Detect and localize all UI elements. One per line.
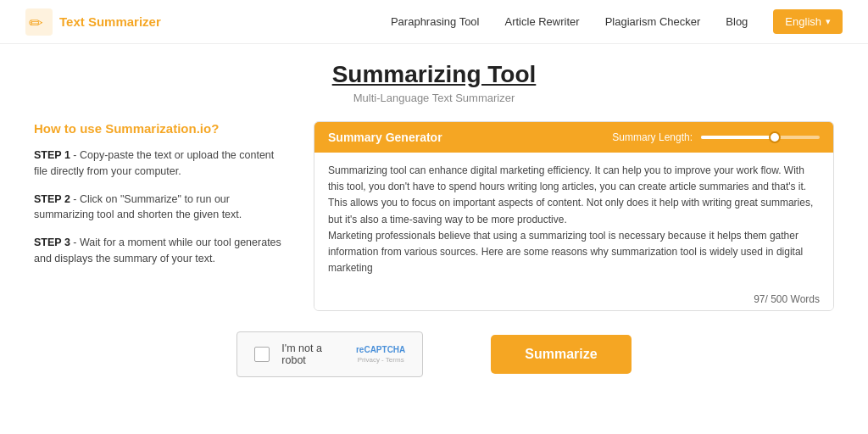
step-2-label: STEP 2	[34, 193, 70, 205]
logo-area: ✏ Text Summarizer	[25, 8, 161, 36]
svg-text:✏: ✏	[29, 14, 43, 32]
summary-length-slider[interactable]	[701, 136, 820, 139]
summary-box: Summary Generator Summary Length: Summar…	[314, 121, 834, 311]
summary-length-area: Summary Length:	[612, 131, 820, 143]
captcha-label: I'm not a robot	[281, 342, 344, 366]
slider-track	[701, 136, 778, 139]
summary-generator-title: Summary Generator	[328, 131, 442, 144]
nav-plagiarism[interactable]: Plagiarism Checker	[605, 15, 701, 28]
step-1-text: - Copy-paste the text or upload the cont…	[34, 149, 274, 177]
how-to-title: How to use Summarization.io?	[34, 121, 288, 136]
logo-icon: ✏	[25, 8, 53, 36]
word-count: 97/ 500 Words	[754, 293, 820, 305]
step-3: STEP 3 - Wait for a moment while our too…	[34, 235, 288, 267]
logo-text: Text Summarizer	[59, 14, 161, 29]
page-title-area: Summarizing Tool Multi-Language Text Sum…	[34, 61, 834, 104]
page-subtitle: Multi-Language Text Summarizer	[34, 92, 834, 104]
summary-body[interactable]: Summarizing tool can enhance digital mar…	[314, 153, 833, 288]
captcha-box[interactable]: I'm not a robot reCAPTCHA Privacy - Term…	[236, 331, 423, 377]
main-content: Summarizing Tool Multi-Language Text Sum…	[0, 44, 868, 320]
main-nav: Paraphrasing Tool Article Rewriter Plagi…	[391, 9, 843, 34]
right-panel: Summary Generator Summary Length: Summar…	[314, 121, 834, 311]
bottom-area: I'm not a robot reCAPTCHA Privacy - Term…	[0, 331, 868, 377]
summary-header: Summary Generator Summary Length:	[314, 122, 833, 153]
summary-length-label: Summary Length:	[612, 131, 693, 143]
step-1-label: STEP 1	[34, 149, 70, 161]
slider-thumb	[769, 131, 781, 143]
step-3-label: STEP 3	[34, 236, 70, 248]
captcha-sub: Privacy - Terms	[358, 356, 404, 364]
language-button[interactable]: English	[773, 9, 843, 34]
left-panel: How to use Summarization.io? STEP 1 - Co…	[34, 121, 288, 279]
nav-paraphrasing[interactable]: Paraphrasing Tool	[391, 15, 480, 28]
header: ✏ Text Summarizer Paraphrasing Tool Arti…	[0, 0, 868, 44]
nav-blog[interactable]: Blog	[726, 15, 748, 28]
content-area: How to use Summarization.io? STEP 1 - Co…	[34, 121, 834, 311]
step-2: STEP 2 - Click on "Summarize" to run our…	[34, 192, 288, 224]
captcha-checkbox[interactable]	[254, 347, 270, 362]
nav-article-rewriter[interactable]: Article Rewriter	[505, 15, 580, 28]
step-3-text: - Wait for a moment while our tool gener…	[34, 236, 281, 264]
recaptcha-logo: reCAPTCHA	[356, 345, 405, 354]
summarize-button[interactable]: Summarize	[491, 335, 631, 374]
captcha-logo-area: reCAPTCHA Privacy - Terms	[356, 345, 405, 364]
page-title: Summarizing Tool	[34, 61, 834, 88]
step-1: STEP 1 - Copy-paste the text or upload t…	[34, 147, 288, 180]
summary-text: Summarizing tool can enhance digital mar…	[328, 164, 813, 274]
summary-footer: 97/ 500 Words	[314, 288, 833, 310]
